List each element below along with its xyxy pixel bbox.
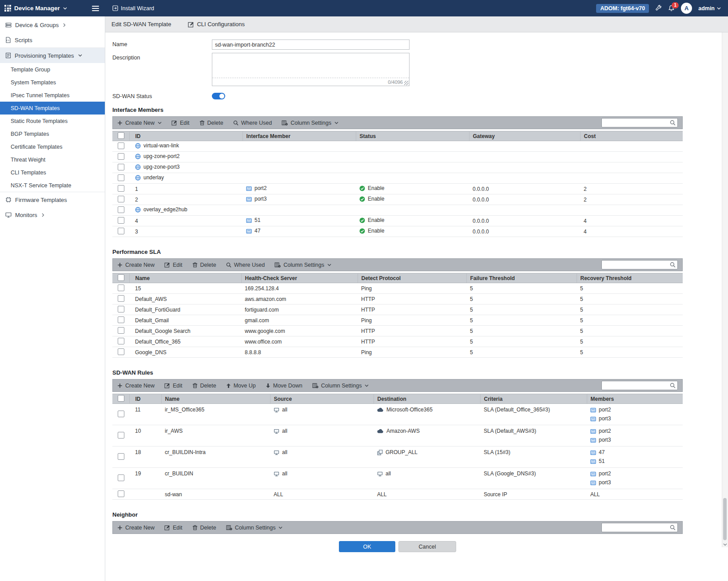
cancel-button[interactable]: Cancel	[398, 541, 456, 552]
column-header-failure-threshold[interactable]: Failure Threshold	[466, 273, 577, 283]
adom-badge[interactable]: ADOM: fgt64-v70	[596, 4, 649, 13]
delete-button[interactable]: Delete	[192, 262, 216, 268]
column-header-health-check-server[interactable]: Health-Check Server	[241, 273, 358, 283]
create-new-button[interactable]: Create New	[117, 383, 155, 389]
row-checkbox[interactable]	[118, 411, 124, 417]
row-checkbox[interactable]	[118, 285, 124, 291]
column-header-recovery-threshold[interactable]: Recovery Threshold	[577, 273, 683, 283]
avatar[interactable]: A	[681, 3, 692, 14]
description-textarea[interactable]	[212, 53, 409, 78]
row-checkbox[interactable]	[118, 316, 124, 323]
table-row[interactable]: 10ir_AWSallAmazon-AWSSLA (Default_AWS#3)…	[112, 425, 683, 447]
select-all-checkbox[interactable]	[118, 395, 124, 402]
neighbor-search-input[interactable]	[601, 523, 678, 532]
row-checkbox[interactable]	[118, 228, 124, 234]
sidebar-item-scripts[interactable]: Scripts	[0, 32, 105, 47]
sdwan-status-toggle[interactable]	[212, 93, 225, 99]
table-row[interactable]: upg-zone-port2	[112, 152, 683, 162]
where-used-button[interactable]: Where Used	[226, 262, 265, 268]
create-new-button[interactable]: Create New	[117, 262, 155, 268]
delete-button[interactable]: Delete	[192, 383, 216, 389]
app-switcher[interactable]: Device Manager	[4, 5, 67, 12]
table-row[interactable]: 15169.254.128.4Ping55	[112, 283, 683, 294]
move-up-button[interactable]: Move Up	[226, 383, 256, 389]
sidebar-item-template-group[interactable]: Template Group	[0, 63, 105, 76]
sidebar-item-static-route-templates[interactable]: Static Route Templates	[0, 115, 105, 127]
sdwan-rules-search-input[interactable]	[601, 381, 678, 390]
column-header-destination[interactable]: Destination	[374, 394, 480, 404]
row-checkbox[interactable]	[118, 306, 124, 312]
table-row[interactable]: Default_Google Searchwww.google.comHTTP5…	[112, 326, 683, 336]
row-checkbox[interactable]	[118, 196, 124, 202]
table-row[interactable]: 11ir_MS_Office365allMicrosoft-Office365S…	[112, 404, 683, 425]
column-header-gateway[interactable]: Gateway	[469, 131, 580, 141]
wrench-icon[interactable]	[655, 5, 662, 12]
table-row[interactable]: 19cr_BUILDINallallSLA (Google_DNS#3)port…	[112, 468, 683, 489]
column-settings-button[interactable]: Column Settings	[282, 120, 338, 126]
table-row[interactable]: Default_AWSaws.amazon.comHTTP55	[112, 294, 683, 304]
column-header-id[interactable]: ID	[129, 394, 161, 404]
row-checkbox[interactable]	[118, 295, 124, 302]
sidebar-item-sd-wan-templates[interactable]: SD-WAN Templates	[0, 102, 105, 115]
column-settings-button[interactable]: Column Settings	[274, 262, 331, 268]
row-checkbox[interactable]	[118, 164, 124, 170]
resize-grip[interactable]	[404, 81, 409, 85]
table-row[interactable]: Default_FortiGuardfortiguard.comHTTP55	[112, 304, 683, 315]
create-new-button[interactable]: Create New	[117, 525, 155, 531]
table-row[interactable]: sd-wanALLALLSource IPALL	[112, 489, 683, 500]
row-checkbox[interactable]	[118, 327, 124, 334]
delete-button[interactable]: Delete	[199, 120, 223, 126]
sidebar-item-provisioning-templates[interactable]: Provisioning Templates	[0, 48, 105, 63]
scrollbar-thumb[interactable]	[723, 498, 727, 540]
user-menu[interactable]: admin	[698, 5, 721, 12]
sidebar-item-threat-weight[interactable]: Threat Weight	[0, 153, 105, 166]
column-header-detect-protocol[interactable]: Detect Protocol	[358, 273, 466, 283]
column-header-status[interactable]: Status	[356, 131, 469, 141]
column-header-criteria[interactable]: Criteria	[480, 394, 587, 404]
sidebar-item-certificate-templates[interactable]: Certificate Templates	[0, 140, 105, 153]
delete-button[interactable]: Delete	[192, 525, 216, 531]
column-header-id[interactable]: ID	[129, 131, 243, 141]
performance-sla-search-input[interactable]	[601, 260, 678, 269]
ok-button[interactable]: OK	[339, 541, 395, 552]
create-new-button[interactable]: Create New	[117, 120, 162, 126]
menu-toggle-icon[interactable]	[92, 6, 99, 11]
row-checkbox[interactable]	[118, 217, 124, 224]
table-row[interactable]: 18cr_BUILDIN-IntraallGROUP_ALLSLA (15#3)…	[112, 447, 683, 468]
column-header-name[interactable]: Name	[129, 273, 241, 283]
row-checkbox[interactable]	[118, 453, 124, 460]
select-all-checkbox[interactable]	[118, 274, 124, 281]
select-all-checkbox[interactable]	[118, 132, 124, 139]
row-checkbox[interactable]	[118, 142, 124, 149]
row-checkbox[interactable]	[118, 432, 124, 439]
column-header-interface-member[interactable]: Interface Member	[243, 131, 356, 141]
edit-button[interactable]: Edit	[164, 383, 183, 389]
sidebar-item-firmware-templates[interactable]: Firmware Templates	[0, 192, 105, 207]
sidebar-item-device-groups[interactable]: Device & Groups	[0, 17, 105, 32]
table-row[interactable]: 1port2Enable0.0.0.02	[112, 184, 683, 194]
where-used-button[interactable]: Where Used	[233, 120, 272, 126]
table-row[interactable]: 2port3Enable0.0.0.02	[112, 194, 683, 205]
column-settings-button[interactable]: Column Settings	[226, 525, 283, 531]
table-row[interactable]: underlay	[112, 173, 683, 184]
table-row[interactable]: 347Enable0.0.0.04	[112, 226, 683, 237]
edit-button[interactable]: Edit	[164, 525, 183, 531]
interface-members-search-input[interactable]	[601, 118, 678, 127]
table-row[interactable]: upg-zone-port3	[112, 162, 683, 173]
move-down-button[interactable]: Move Down	[266, 383, 302, 389]
row-checkbox[interactable]	[118, 174, 124, 181]
sidebar-item-monitors[interactable]: Monitors	[0, 207, 105, 222]
table-row[interactable]: 451Enable0.0.0.04	[112, 216, 683, 226]
cli-configurations-tab[interactable]: CLI Configurations	[188, 21, 245, 28]
sidebar-item-ipsec-tunnel-templates[interactable]: IPsec Tunnel Templates	[0, 89, 105, 102]
chevron-down-icon[interactable]	[723, 543, 727, 546]
column-header-source[interactable]: Source	[270, 394, 374, 404]
row-checkbox[interactable]	[118, 474, 124, 481]
edit-button[interactable]: Edit	[171, 120, 190, 126]
row-checkbox[interactable]	[118, 185, 124, 192]
table-row[interactable]: virtual-wan-link	[112, 141, 683, 152]
install-wizard-button[interactable]: Install Wizard	[112, 5, 154, 12]
vertical-scrollbar[interactable]	[722, 32, 728, 547]
column-settings-button[interactable]: Column Settings	[312, 383, 369, 389]
row-checkbox[interactable]	[118, 348, 124, 355]
